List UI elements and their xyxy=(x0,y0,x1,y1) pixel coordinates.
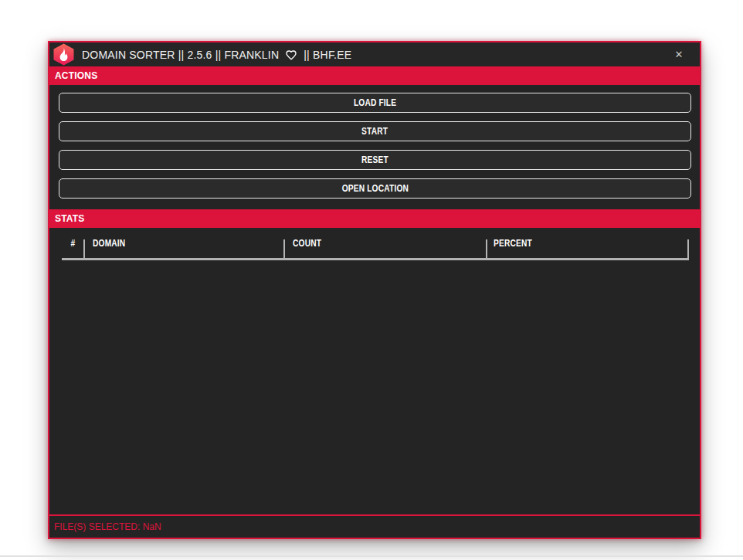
actions-section-header: ACTIONS xyxy=(49,66,700,85)
reset-button-label: RESET xyxy=(361,154,388,165)
open-location-button[interactable]: OPEN LOCATION xyxy=(59,178,691,199)
open-location-button-label: OPEN LOCATION xyxy=(341,183,408,194)
flame-hexagon-icon xyxy=(53,43,74,66)
column-header-count[interactable]: COUNT xyxy=(285,228,486,258)
column-header-number[interactable]: # xyxy=(62,228,83,258)
column-divider xyxy=(687,239,689,258)
load-file-button-label: LOAD FILE xyxy=(354,97,396,108)
stats-section-header: STATS xyxy=(49,209,700,228)
stats-table-body xyxy=(49,260,700,514)
title-bar[interactable]: DOMAIN SORTER || 2.5.6 || FRANKLIN || BH… xyxy=(49,42,700,66)
page-divider-line xyxy=(0,555,743,557)
start-button[interactable]: START xyxy=(59,121,691,141)
column-header-domain[interactable]: DOMAIN xyxy=(85,228,283,258)
stats-table-header-row: # DOMAIN COUNT PERCENT xyxy=(49,228,700,258)
column-header-percent[interactable]: PERCENT xyxy=(487,228,687,258)
start-button-label: START xyxy=(361,126,388,137)
files-selected-status: FILE(S) SELECTED: NaN xyxy=(54,521,161,532)
window-title: DOMAIN SORTER || 2.5.6 || FRANKLIN || BH… xyxy=(82,49,351,61)
stats-header-label: STATS xyxy=(55,213,85,224)
window-title-right: || BHF.EE xyxy=(304,49,351,61)
load-file-button[interactable]: LOAD FILE xyxy=(59,93,691,113)
window-title-left: DOMAIN SORTER || 2.5.6 || FRANKLIN xyxy=(82,49,279,61)
actions-header-label: ACTIONS xyxy=(55,70,97,81)
close-icon[interactable]: ✕ xyxy=(666,42,692,66)
heart-outline-icon xyxy=(284,49,298,61)
stats-panel: # DOMAIN COUNT PERCENT xyxy=(49,228,700,514)
actions-button-group: LOAD FILE START RESET OPEN LOCATION xyxy=(49,85,700,209)
app-window: DOMAIN SORTER || 2.5.6 || FRANKLIN || BH… xyxy=(48,41,701,539)
status-bar: FILE(S) SELECTED: NaN xyxy=(49,514,700,538)
reset-button[interactable]: RESET xyxy=(59,150,691,170)
